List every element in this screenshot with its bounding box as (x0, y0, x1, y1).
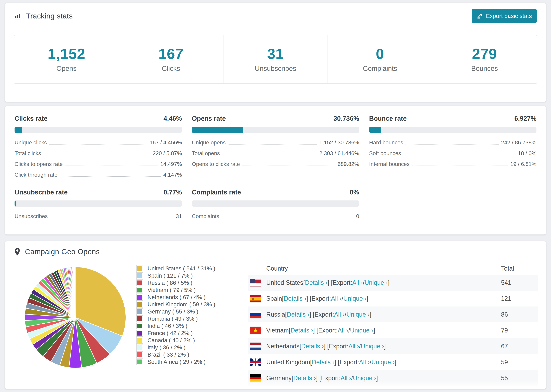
export-unique-link[interactable]: Unique › (365, 279, 388, 286)
dotted-leader (222, 155, 317, 155)
export-all-link[interactable]: All › (359, 359, 370, 366)
total-cell: 541 (501, 279, 538, 286)
bar-chart-icon (14, 12, 21, 20)
bracket: ] (384, 343, 386, 350)
legend-swatch-color (137, 338, 142, 343)
rate-row-value: 31 (176, 213, 182, 219)
legend-item: Canada ( 40 / 2% ) (136, 337, 232, 344)
rate-row-value: 14.497% (160, 161, 182, 167)
details-link[interactable]: Details › (284, 295, 306, 302)
rate-row-value: 18 / 0% (518, 150, 537, 156)
rate-row: Unsubscribes31 (14, 213, 182, 219)
country-name: Russia (266, 311, 285, 318)
legend-swatch-color (137, 288, 142, 293)
export-all-link[interactable]: All › (331, 295, 342, 302)
stat-value: 279 (432, 45, 537, 62)
dotted-leader (222, 218, 354, 218)
rate-title-value: 6.927% (514, 115, 537, 122)
rate-panel: Opens rate30.736%Unique opens1,152 / 30.… (192, 115, 359, 178)
rate-row-label: Soft bounces (369, 150, 401, 156)
rate-row-label: Total opens (192, 150, 220, 156)
bracket: [ (282, 295, 284, 302)
legend-swatch (136, 265, 143, 272)
us-flag-icon (250, 279, 261, 287)
bracket: [ (292, 375, 293, 382)
table-row: Spain [Details ›] [Export: All › / Uniqu… (248, 291, 538, 307)
rate-row-label: Unsubscribes (14, 213, 48, 219)
country-cell: Netherlands [Details ›] [Export: All › /… (248, 343, 501, 350)
rate-row-value: 19 / 6.81% (510, 161, 537, 167)
stats-summary-row: 1,152Opens167Clicks31Unsubscribes0Compla… (14, 35, 537, 84)
details-link[interactable]: Details › (312, 359, 334, 366)
total-column-header: Total (501, 265, 538, 272)
legend-item: Netherlands ( 67 / 4% ) (136, 294, 232, 301)
legend-swatch (136, 301, 143, 308)
dotted-leader (49, 144, 147, 145)
rate-row-label: Unique opens (192, 139, 226, 146)
country-cell: Russia [Details ›] [Export: All › / Uniq… (248, 311, 501, 318)
details-link[interactable]: Details › (301, 343, 324, 350)
legend-swatch-color (137, 309, 142, 314)
table-row: Netherlands [Details ›] [Export: All › /… (248, 338, 538, 354)
rate-rows: Unique opens1,152 / 30.736%Total opens2,… (192, 139, 359, 167)
rate-row: Clicks to opens rate14.497% (14, 161, 182, 167)
export-unique-link[interactable]: Unique › (361, 343, 384, 350)
pie-slice (75, 267, 75, 317)
geo-opens-header: Campaign Geo Opens (5, 241, 546, 261)
bracket: ] (376, 375, 378, 382)
rate-panel: Unsubscribe rate0.77%Unsubscribes31 (14, 189, 182, 219)
dotted-leader (242, 166, 335, 166)
rate-title-label: Unsubscribe rate (14, 189, 68, 196)
export-unique-link[interactable]: Unique › (343, 295, 367, 302)
legend-swatch-color (137, 331, 142, 336)
bracket: ] (388, 279, 389, 286)
legend-swatch (136, 358, 143, 365)
slash: / (359, 343, 361, 350)
legend-item: South Africa ( 29 / 2% ) (136, 358, 232, 365)
export-prefix: ] [Export: (334, 359, 359, 366)
stat-value: 1,152 (14, 45, 119, 62)
legend-label: South Africa ( 29 / 2% ) (148, 359, 205, 365)
legend-item: United Kingdom ( 59 / 3% ) (136, 301, 232, 308)
rate-row: Internal bounces19 / 6.81% (369, 161, 537, 167)
rate-row: Click through rate4.147% (14, 172, 182, 178)
export-icon (477, 13, 483, 19)
legend-item: France ( 42 / 2% ) (136, 330, 232, 336)
country-name: United Kingdom (266, 359, 310, 366)
export-all-link[interactable]: All › (352, 279, 363, 286)
legend-label: Spain ( 121 / 7% ) (148, 273, 193, 279)
export-unique-link[interactable]: Unique › (346, 311, 370, 318)
rate-progress-bar (14, 200, 182, 207)
details-link[interactable]: Details › (290, 327, 313, 334)
rate-row-label: Unique clicks (14, 139, 47, 146)
export-all-link[interactable]: All › (338, 327, 348, 334)
export-all-link[interactable]: All › (348, 343, 359, 350)
export-all-link[interactable]: All › (340, 375, 351, 382)
rate-row-label: Clicks to opens rate (14, 161, 63, 167)
export-unique-link[interactable]: Unique › (350, 327, 373, 334)
legend-item: Brazil ( 33 / 2% ) (136, 351, 232, 358)
rate-row-label: Complaints (192, 213, 219, 219)
rate-row-value: 689.82% (338, 161, 359, 167)
rate-row-value: 4.147% (163, 172, 182, 178)
rate-row-value: 2,303 / 61.446% (319, 150, 359, 156)
details-link[interactable]: Details › (305, 279, 327, 286)
legend-label: Vietnam ( 79 / 5% ) (148, 287, 196, 293)
export-all-link[interactable]: All › (334, 311, 345, 318)
stat-box: 31Unsubscribes (223, 35, 328, 83)
total-cell: 121 (501, 295, 538, 302)
legend-swatch (136, 344, 143, 351)
table-row: United States [Details ›] [Export: All ›… (248, 275, 538, 291)
details-link[interactable]: Details › (293, 375, 316, 382)
export-basic-stats-button[interactable]: Export basic stats (472, 9, 537, 23)
legend-swatch (136, 272, 143, 279)
legend-swatch-color (137, 266, 142, 271)
export-unique-link[interactable]: Unique › (371, 359, 395, 366)
details-link[interactable]: Details › (287, 311, 309, 318)
rate-row: Complaints0 (192, 213, 359, 219)
export-unique-link[interactable]: Unique › (353, 375, 376, 382)
table-row: Vietnam [Details ›] [Export: All › / Uni… (248, 322, 538, 338)
stat-label: Complaints (328, 65, 432, 72)
header-divider (5, 28, 546, 28)
legend-swatch-color (137, 273, 142, 278)
